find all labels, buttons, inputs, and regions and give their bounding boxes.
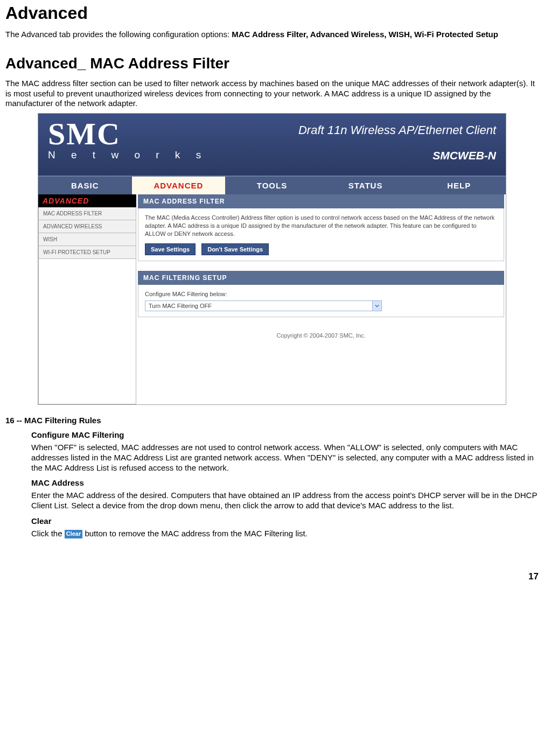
configure-para: When "OFF" is selected, MAC addresses ar… [31,443,539,473]
panel-mac-setup: MAC FILTERING SETUP Configure MAC Filter… [138,271,504,317]
sidebar: ADVANCED MAC ADDRESS FILTER ADVANCED WIR… [38,194,136,404]
chevron-down-icon[interactable] [372,301,381,311]
configure-heading: Configure MAC Filtering [31,430,539,439]
router-ui-screenshot: SMC N e t w o r k s Draft 11n Wireless A… [38,113,506,405]
smc-logo: SMC [48,120,207,148]
mac-filter-description: The MAC address filter section can be us… [5,79,539,109]
page-title-mac-filter: Advanced_ MAC Address Filter [5,55,539,72]
dont-save-settings-button[interactable]: Don't Save Settings [201,243,269,256]
panel-mac-setup-header: MAC FILTERING SETUP [138,271,504,285]
clear-button-inline: Clear [65,530,83,538]
intro-text: The Advanced tab provides the following … [5,30,232,39]
nav-advanced[interactable]: ADVANCED [132,177,226,195]
panel-mac-filter: MAC ADDRESS FILTER The MAC (Media Access… [138,194,504,261]
page-number: 17 [5,571,539,582]
panel-mac-filter-header: MAC ADDRESS FILTER [138,194,504,208]
smc-logo-subtext: N e t w o r k s [48,149,207,161]
sidebar-fill [38,259,136,404]
panel-mac-filter-body: The MAC (Media Access Controller) Addres… [145,214,497,238]
nav-help[interactable]: HELP [412,177,506,194]
clear-para: Click the Clear button to remove the MAC… [31,529,539,539]
page-title-advanced: Advanced [5,3,539,23]
main-nav: BASIC ADVANCED TOOLS STATUS HELP [38,176,506,194]
mac-address-para: Enter the MAC address of the desired. Co… [31,491,539,511]
nav-status[interactable]: STATUS [319,177,413,194]
sidebar-header: ADVANCED [38,194,136,207]
intro-bold: MAC Address Filter, Advanced Wireless, W… [232,30,498,39]
header-model: SMCWEB-N [298,149,496,162]
nav-basic[interactable]: BASIC [38,177,132,194]
configure-label: Configure MAC Filtering below: [145,290,497,298]
nav-tools[interactable]: TOOLS [225,177,319,194]
clear-pre: Click the [31,529,65,538]
header-draft-text: Draft 11n Wireless AP/Ethernet Client [298,123,496,137]
router-header: SMC N e t w o r k s Draft 11n Wireless A… [38,114,506,176]
sidebar-item-wish[interactable]: WISH [38,233,136,246]
mac-filtering-dropdown[interactable]: Turn MAC Filtering OFF [145,300,382,311]
rules-heading: 16 -- MAC Filtering Rules [5,416,539,425]
clear-heading: Clear [31,516,539,526]
clear-post: button to remove the MAC address from th… [82,529,308,538]
sidebar-item-mac-filter[interactable]: MAC ADDRESS FILTER [38,207,136,220]
mac-address-heading: MAC Address [31,478,539,487]
sidebar-item-wps[interactable]: WI-FI PROTECTED SETUP [38,246,136,259]
intro-paragraph: The Advanced tab provides the following … [5,30,539,40]
sidebar-item-adv-wireless[interactable]: ADVANCED WIRELESS [38,220,136,233]
copyright-text: Copyright © 2004-2007 SMC, Inc. [138,327,504,347]
save-settings-button[interactable]: Save Settings [145,243,196,256]
dropdown-value: Turn MAC Filtering OFF [149,302,212,310]
